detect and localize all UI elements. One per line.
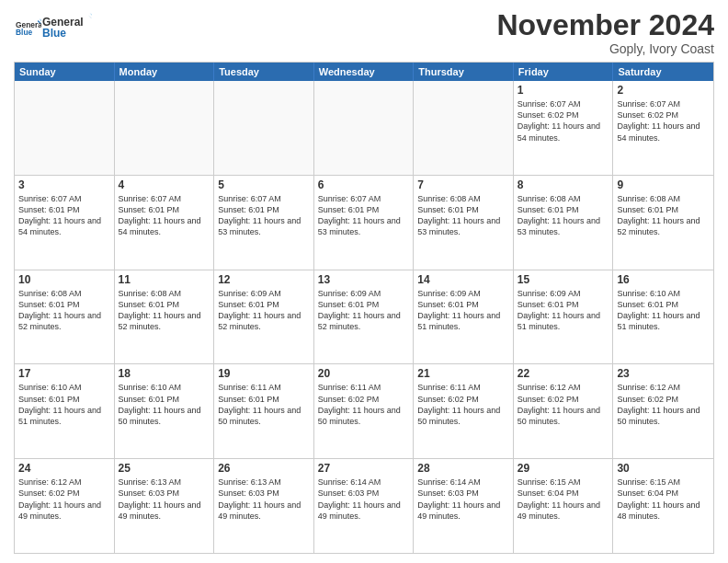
logo-icon: General Blue	[16, 16, 41, 41]
svg-text:Blue: Blue	[42, 27, 66, 40]
cal-cell	[115, 81, 215, 175]
cell-text: Sunrise: 6:09 AM Sunset: 6:01 PM Dayligh…	[218, 288, 310, 333]
cell-text: Sunrise: 6:13 AM Sunset: 6:03 PM Dayligh…	[119, 477, 210, 522]
cal-cell: 16Sunrise: 6:10 AM Sunset: 6:01 PM Dayli…	[613, 270, 713, 364]
day-number: 24	[18, 462, 110, 475]
day-number: 4	[119, 178, 210, 191]
cal-cell: 11Sunrise: 6:08 AM Sunset: 6:01 PM Dayli…	[115, 270, 215, 364]
cal-cell	[314, 81, 415, 175]
cell-text: Sunrise: 6:10 AM Sunset: 6:01 PM Dayligh…	[119, 382, 210, 427]
cal-cell: 7Sunrise: 6:08 AM Sunset: 6:01 PM Daylig…	[414, 176, 514, 270]
day-number: 28	[417, 462, 509, 475]
header-tuesday: Tuesday	[214, 63, 314, 81]
logo-text: General Blue	[14, 16, 41, 45]
header-friday: Friday	[514, 63, 614, 81]
cell-text: Sunrise: 6:07 AM Sunset: 6:02 PM Dayligh…	[617, 98, 710, 144]
cal-cell: 9Sunrise: 6:08 AM Sunset: 6:01 PM Daylig…	[613, 176, 713, 270]
cell-text: Sunrise: 6:10 AM Sunset: 6:01 PM Dayligh…	[617, 288, 710, 333]
day-number: 22	[518, 367, 609, 380]
header-thursday: Thursday	[414, 63, 514, 81]
cell-text: Sunrise: 6:07 AM Sunset: 6:01 PM Dayligh…	[18, 193, 110, 238]
calendar-body: 1Sunrise: 6:07 AM Sunset: 6:02 PM Daylig…	[15, 81, 713, 553]
day-number: 3	[18, 178, 110, 191]
cell-text: Sunrise: 6:10 AM Sunset: 6:01 PM Dayligh…	[18, 382, 110, 427]
cell-text: Sunrise: 6:07 AM Sunset: 6:02 PM Dayligh…	[518, 98, 609, 144]
cal-cell: 22Sunrise: 6:12 AM Sunset: 6:02 PM Dayli…	[514, 364, 614, 458]
cell-text: Sunrise: 6:09 AM Sunset: 6:01 PM Dayligh…	[417, 288, 509, 333]
location: Goply, Ivory Coast	[496, 41, 714, 56]
cal-cell: 4Sunrise: 6:07 AM Sunset: 6:01 PM Daylig…	[115, 176, 215, 270]
cell-text: Sunrise: 6:12 AM Sunset: 6:02 PM Dayligh…	[518, 382, 609, 427]
week-row-1: 3Sunrise: 6:07 AM Sunset: 6:01 PM Daylig…	[15, 175, 713, 270]
cell-text: Sunrise: 6:11 AM Sunset: 6:02 PM Dayligh…	[417, 382, 509, 427]
week-row-3: 17Sunrise: 6:10 AM Sunset: 6:01 PM Dayli…	[15, 363, 713, 458]
cal-cell: 21Sunrise: 6:11 AM Sunset: 6:02 PM Dayli…	[414, 364, 514, 458]
day-number: 19	[218, 367, 310, 380]
day-number: 20	[318, 367, 410, 380]
cal-cell: 10Sunrise: 6:08 AM Sunset: 6:01 PM Dayli…	[15, 270, 115, 364]
cell-text: Sunrise: 6:07 AM Sunset: 6:01 PM Dayligh…	[318, 193, 410, 238]
week-row-0: 1Sunrise: 6:07 AM Sunset: 6:02 PM Daylig…	[15, 81, 713, 175]
day-number: 6	[318, 178, 410, 191]
cal-cell: 13Sunrise: 6:09 AM Sunset: 6:01 PM Dayli…	[314, 270, 415, 364]
cell-text: Sunrise: 6:12 AM Sunset: 6:02 PM Dayligh…	[617, 382, 710, 427]
cell-text: Sunrise: 6:08 AM Sunset: 6:01 PM Dayligh…	[417, 193, 509, 238]
svg-text:Blue: Blue	[16, 28, 32, 37]
svg-marker-6	[88, 16, 92, 21]
day-number: 14	[417, 273, 509, 286]
day-number: 1	[518, 84, 609, 97]
day-number: 18	[119, 367, 210, 380]
cell-text: Sunrise: 6:14 AM Sunset: 6:03 PM Dayligh…	[318, 477, 410, 522]
day-number: 8	[518, 178, 609, 191]
cal-cell	[414, 81, 514, 175]
cal-cell	[214, 81, 314, 175]
cell-text: Sunrise: 6:09 AM Sunset: 6:01 PM Dayligh…	[518, 288, 609, 333]
day-number: 13	[318, 273, 410, 286]
day-number: 11	[119, 273, 210, 286]
day-number: 25	[119, 462, 210, 475]
day-number: 29	[518, 462, 609, 475]
cell-text: Sunrise: 6:09 AM Sunset: 6:01 PM Dayligh…	[318, 288, 410, 333]
day-number: 17	[18, 367, 110, 380]
cal-cell: 28Sunrise: 6:14 AM Sunset: 6:03 PM Dayli…	[414, 459, 514, 553]
day-number: 30	[617, 462, 710, 475]
cal-cell: 1Sunrise: 6:07 AM Sunset: 6:02 PM Daylig…	[514, 81, 614, 175]
cell-text: Sunrise: 6:07 AM Sunset: 6:01 PM Dayligh…	[119, 193, 210, 238]
cell-text: Sunrise: 6:08 AM Sunset: 6:01 PM Dayligh…	[18, 288, 110, 333]
header-saturday: Saturday	[613, 63, 713, 81]
cell-text: Sunrise: 6:07 AM Sunset: 6:01 PM Dayligh…	[218, 193, 310, 238]
cell-text: Sunrise: 6:13 AM Sunset: 6:03 PM Dayligh…	[218, 477, 310, 522]
cal-cell: 29Sunrise: 6:15 AM Sunset: 6:04 PM Dayli…	[514, 459, 614, 553]
cal-cell: 17Sunrise: 6:10 AM Sunset: 6:01 PM Dayli…	[15, 364, 115, 458]
cell-text: Sunrise: 6:08 AM Sunset: 6:01 PM Dayligh…	[518, 193, 609, 238]
page: General Blue General Blue November 2024 …	[0, 0, 728, 563]
cal-cell	[15, 81, 115, 175]
cal-cell: 27Sunrise: 6:14 AM Sunset: 6:03 PM Dayli…	[314, 459, 415, 553]
cell-text: Sunrise: 6:15 AM Sunset: 6:04 PM Dayligh…	[617, 477, 710, 522]
cal-cell: 14Sunrise: 6:09 AM Sunset: 6:01 PM Dayli…	[414, 270, 514, 364]
cell-text: Sunrise: 6:11 AM Sunset: 6:02 PM Dayligh…	[318, 382, 410, 427]
cell-text: Sunrise: 6:12 AM Sunset: 6:02 PM Dayligh…	[18, 477, 110, 522]
cell-text: Sunrise: 6:08 AM Sunset: 6:01 PM Dayligh…	[617, 193, 710, 238]
cell-text: Sunrise: 6:14 AM Sunset: 6:03 PM Dayligh…	[417, 477, 509, 522]
cal-cell: 24Sunrise: 6:12 AM Sunset: 6:02 PM Dayli…	[15, 459, 115, 553]
cal-cell: 30Sunrise: 6:15 AM Sunset: 6:04 PM Dayli…	[613, 459, 713, 553]
svg-text:General: General	[42, 16, 84, 29]
day-number: 27	[318, 462, 410, 475]
day-number: 12	[218, 273, 310, 286]
cal-cell: 19Sunrise: 6:11 AM Sunset: 6:01 PM Dayli…	[214, 364, 314, 458]
day-number: 15	[518, 273, 609, 286]
cal-cell: 3Sunrise: 6:07 AM Sunset: 6:01 PM Daylig…	[15, 176, 115, 270]
header-sunday: Sunday	[15, 63, 115, 81]
day-number: 7	[417, 178, 509, 191]
cal-cell: 25Sunrise: 6:13 AM Sunset: 6:03 PM Dayli…	[115, 459, 215, 553]
day-number: 5	[218, 178, 310, 191]
cal-cell: 5Sunrise: 6:07 AM Sunset: 6:01 PM Daylig…	[214, 176, 314, 270]
title-area: November 2024 Goply, Ivory Coast	[496, 9, 714, 56]
month-title: November 2024	[496, 9, 714, 41]
cell-text: Sunrise: 6:08 AM Sunset: 6:01 PM Dayligh…	[119, 288, 210, 333]
header: General Blue General Blue November 2024 …	[14, 9, 714, 56]
cal-cell: 2Sunrise: 6:07 AM Sunset: 6:02 PM Daylig…	[613, 81, 713, 175]
calendar: Sunday Monday Tuesday Wednesday Thursday…	[14, 62, 714, 554]
day-number: 23	[617, 367, 710, 380]
